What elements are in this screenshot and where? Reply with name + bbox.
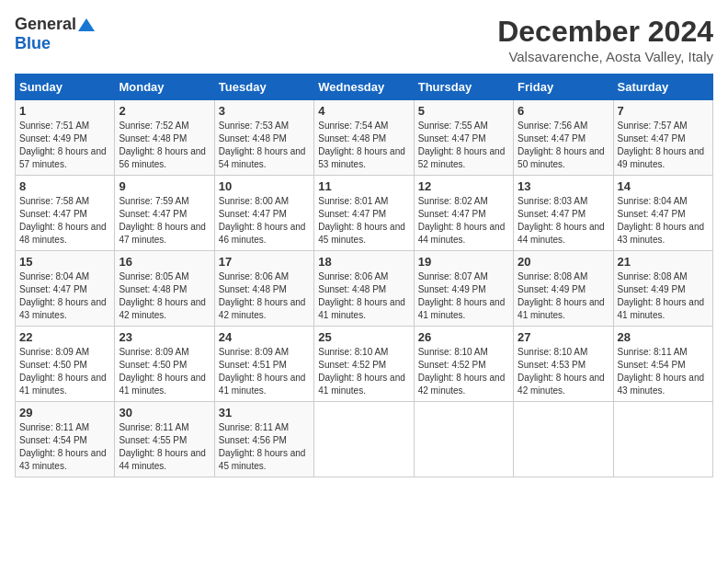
cell-content: Sunrise: 7:58 AMSunset: 4:47 PMDaylight:… (19, 196, 107, 245)
calendar-cell (414, 402, 513, 477)
header: General Blue December 2024 Valsavarenche… (15, 15, 713, 64)
cell-content: Sunrise: 8:08 AMSunset: 4:49 PMDaylight:… (618, 271, 705, 320)
weekday-header-tuesday: Tuesday (214, 75, 313, 100)
cell-content: Sunrise: 7:55 AMSunset: 4:47 PMDaylight:… (418, 121, 506, 169)
logo-icon (78, 18, 95, 31)
calendar-cell: 13Sunrise: 8:03 AMSunset: 4:47 PMDayligh… (514, 176, 613, 251)
calendar-cell: 27Sunrise: 8:10 AMSunset: 4:53 PMDayligh… (514, 327, 613, 402)
cell-content: Sunrise: 8:09 AMSunset: 4:50 PMDaylight:… (119, 347, 206, 396)
day-number: 16 (119, 255, 210, 269)
cell-content: Sunrise: 8:06 AMSunset: 4:48 PMDaylight:… (219, 271, 306, 320)
day-number: 27 (518, 330, 609, 344)
cell-content: Sunrise: 8:04 AMSunset: 4:47 PMDaylight:… (618, 196, 705, 245)
calendar-cell: 3Sunrise: 7:53 AMSunset: 4:48 PMDaylight… (214, 100, 313, 176)
calendar-week-row: 15Sunrise: 8:04 AMSunset: 4:47 PMDayligh… (16, 251, 713, 327)
calendar-cell: 12Sunrise: 8:02 AMSunset: 4:47 PMDayligh… (414, 176, 513, 251)
calendar-cell: 29Sunrise: 8:11 AMSunset: 4:54 PMDayligh… (16, 402, 115, 477)
calendar-cell: 31Sunrise: 8:11 AMSunset: 4:56 PMDayligh… (214, 402, 313, 477)
day-number: 18 (318, 255, 409, 269)
day-number: 13 (518, 179, 609, 193)
calendar-cell: 6Sunrise: 7:56 AMSunset: 4:47 PMDaylight… (514, 100, 613, 176)
calendar-cell: 28Sunrise: 8:11 AMSunset: 4:54 PMDayligh… (613, 327, 712, 402)
calendar-cell: 10Sunrise: 8:00 AMSunset: 4:47 PMDayligh… (214, 176, 313, 251)
calendar-cell: 22Sunrise: 8:09 AMSunset: 4:50 PMDayligh… (16, 327, 115, 402)
day-number: 12 (418, 179, 509, 193)
day-number: 24 (219, 330, 310, 344)
calendar-cell (613, 402, 712, 477)
cell-content: Sunrise: 8:06 AMSunset: 4:48 PMDaylight:… (318, 271, 405, 320)
day-number: 21 (618, 255, 709, 269)
calendar-cell: 17Sunrise: 8:06 AMSunset: 4:48 PMDayligh… (214, 251, 313, 327)
calendar-cell: 21Sunrise: 8:08 AMSunset: 4:49 PMDayligh… (613, 251, 712, 327)
calendar-cell: 4Sunrise: 7:54 AMSunset: 4:48 PMDaylight… (314, 100, 414, 176)
cell-content: Sunrise: 8:05 AMSunset: 4:48 PMDaylight:… (119, 271, 206, 320)
weekday-header-friday: Friday (514, 75, 613, 100)
day-number: 20 (518, 255, 609, 269)
cell-content: Sunrise: 7:51 AMSunset: 4:49 PMDaylight:… (19, 121, 107, 169)
day-number: 4 (318, 104, 409, 118)
cell-content: Sunrise: 8:10 AMSunset: 4:52 PMDaylight:… (318, 347, 405, 396)
logo-blue: Blue (15, 34, 51, 53)
calendar-cell: 2Sunrise: 7:52 AMSunset: 4:48 PMDaylight… (115, 100, 214, 176)
calendar-cell: 14Sunrise: 8:04 AMSunset: 4:47 PMDayligh… (613, 176, 712, 251)
calendar-cell (314, 402, 414, 477)
cell-content: Sunrise: 8:04 AMSunset: 4:47 PMDaylight:… (19, 271, 107, 320)
calendar-cell: 7Sunrise: 7:57 AMSunset: 4:47 PMDaylight… (613, 100, 712, 176)
day-number: 3 (219, 104, 310, 118)
calendar-table: SundayMondayTuesdayWednesdayThursdayFrid… (15, 74, 713, 477)
day-number: 19 (418, 255, 509, 269)
title-area: December 2024 Valsavarenche, Aosta Valle… (497, 15, 713, 64)
day-number: 14 (618, 179, 709, 193)
calendar-week-row: 29Sunrise: 8:11 AMSunset: 4:54 PMDayligh… (16, 402, 713, 477)
calendar-cell: 24Sunrise: 8:09 AMSunset: 4:51 PMDayligh… (214, 327, 313, 402)
day-number: 5 (418, 104, 509, 118)
weekday-header-saturday: Saturday (613, 75, 712, 100)
logo: General Blue (15, 15, 95, 53)
day-number: 23 (119, 330, 210, 344)
cell-content: Sunrise: 7:57 AMSunset: 4:47 PMDaylight:… (618, 121, 705, 169)
day-number: 30 (119, 406, 210, 419)
cell-content: Sunrise: 8:09 AMSunset: 4:51 PMDaylight:… (219, 347, 306, 396)
calendar-cell: 11Sunrise: 8:01 AMSunset: 4:47 PMDayligh… (314, 176, 414, 251)
calendar-week-row: 8Sunrise: 7:58 AMSunset: 4:47 PMDaylight… (16, 176, 713, 251)
day-number: 22 (19, 330, 110, 344)
cell-content: Sunrise: 7:59 AMSunset: 4:47 PMDaylight:… (119, 196, 206, 245)
calendar-cell (514, 402, 613, 477)
calendar-cell: 1Sunrise: 7:51 AMSunset: 4:49 PMDaylight… (16, 100, 115, 176)
cell-content: Sunrise: 8:10 AMSunset: 4:53 PMDaylight:… (518, 347, 605, 396)
cell-content: Sunrise: 8:07 AMSunset: 4:49 PMDaylight:… (418, 271, 506, 320)
day-number: 8 (19, 179, 110, 193)
weekday-header-sunday: Sunday (16, 75, 115, 100)
cell-content: Sunrise: 8:09 AMSunset: 4:50 PMDaylight:… (19, 347, 107, 396)
month-title: December 2024 (497, 15, 713, 49)
cell-content: Sunrise: 7:53 AMSunset: 4:48 PMDaylight:… (219, 121, 306, 169)
cell-content: Sunrise: 8:00 AMSunset: 4:47 PMDaylight:… (219, 196, 306, 245)
cell-content: Sunrise: 8:10 AMSunset: 4:52 PMDaylight:… (418, 347, 506, 396)
logo-general: General (15, 15, 76, 34)
calendar-cell: 15Sunrise: 8:04 AMSunset: 4:47 PMDayligh… (16, 251, 115, 327)
weekday-header-row: SundayMondayTuesdayWednesdayThursdayFrid… (16, 75, 713, 100)
day-number: 7 (618, 104, 709, 118)
day-number: 2 (119, 104, 210, 118)
cell-content: Sunrise: 8:03 AMSunset: 4:47 PMDaylight:… (518, 196, 605, 245)
cell-content: Sunrise: 7:56 AMSunset: 4:47 PMDaylight:… (518, 121, 605, 169)
calendar-cell: 26Sunrise: 8:10 AMSunset: 4:52 PMDayligh… (414, 327, 513, 402)
cell-content: Sunrise: 8:08 AMSunset: 4:49 PMDaylight:… (518, 271, 605, 320)
day-number: 11 (318, 179, 409, 193)
cell-content: Sunrise: 8:11 AMSunset: 4:54 PMDaylight:… (19, 422, 107, 471)
day-number: 29 (19, 406, 110, 419)
cell-content: Sunrise: 7:54 AMSunset: 4:48 PMDaylight:… (318, 121, 405, 169)
cell-content: Sunrise: 8:11 AMSunset: 4:54 PMDaylight:… (618, 347, 705, 396)
calendar-cell: 16Sunrise: 8:05 AMSunset: 4:48 PMDayligh… (115, 251, 214, 327)
day-number: 26 (418, 330, 509, 344)
calendar-week-row: 1Sunrise: 7:51 AMSunset: 4:49 PMDaylight… (16, 100, 713, 176)
weekday-header-monday: Monday (115, 75, 214, 100)
weekday-header-thursday: Thursday (414, 75, 513, 100)
calendar-cell: 25Sunrise: 8:10 AMSunset: 4:52 PMDayligh… (314, 327, 414, 402)
cell-content: Sunrise: 7:52 AMSunset: 4:48 PMDaylight:… (119, 121, 206, 169)
calendar-cell: 20Sunrise: 8:08 AMSunset: 4:49 PMDayligh… (514, 251, 613, 327)
day-number: 25 (318, 330, 409, 344)
calendar-cell: 9Sunrise: 7:59 AMSunset: 4:47 PMDaylight… (115, 176, 214, 251)
calendar-cell: 30Sunrise: 8:11 AMSunset: 4:55 PMDayligh… (115, 402, 214, 477)
cell-content: Sunrise: 8:02 AMSunset: 4:47 PMDaylight:… (418, 196, 506, 245)
